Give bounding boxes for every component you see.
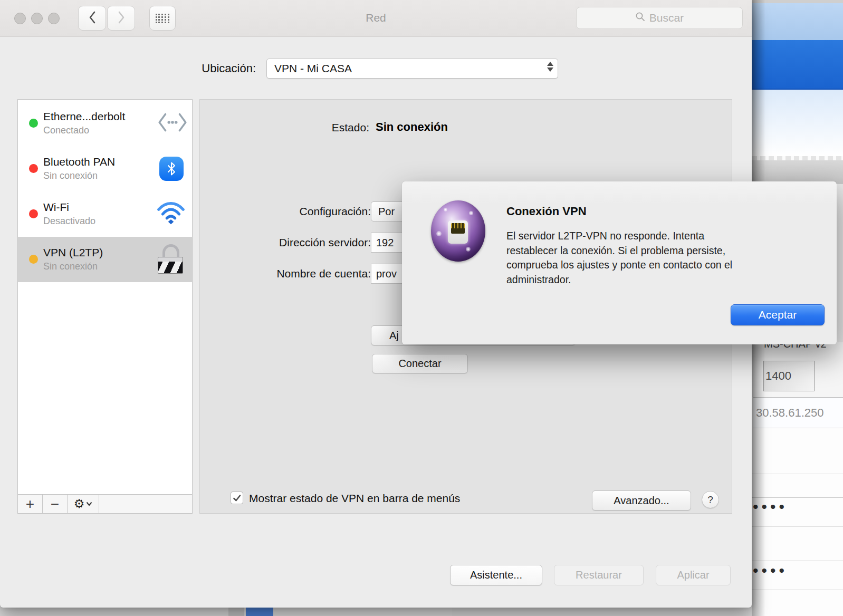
advanced-button[interactable]: Avanzado... bbox=[592, 490, 691, 511]
status-dot-red bbox=[29, 164, 38, 173]
search-icon bbox=[635, 12, 645, 24]
dialog-title: Conexión VPN bbox=[506, 205, 587, 218]
status-dot-amber bbox=[29, 255, 38, 264]
show-vpn-status-label: Mostrar estado de VPN en barra de menús bbox=[249, 492, 460, 505]
toolbar: Red Buscar bbox=[0, 0, 752, 37]
background-window-lightblue-band bbox=[752, 3, 843, 40]
desktop-strip-gray bbox=[452, 608, 752, 616]
revert-button[interactable]: Restaurar bbox=[554, 565, 644, 585]
server-address-label: Dirección servidor: bbox=[207, 236, 371, 249]
sidebar-item-ethernet[interactable]: Etherne...derbolt Conectado bbox=[18, 101, 192, 146]
sidebar-item-vpn-l2tp[interactable]: VPN (L2TP) Sin conexión bbox=[18, 237, 192, 282]
gear-icon: ⚙ bbox=[74, 497, 85, 511]
vpn-connection-alert-dialog: Conexión VPN El servidor L2TP-VPN no res… bbox=[402, 181, 837, 344]
lock-icon bbox=[158, 244, 184, 275]
vpn-network-icon bbox=[431, 200, 485, 262]
search-placeholder: Buscar bbox=[649, 12, 684, 24]
background-mtu-field[interactable]: 1400 bbox=[763, 361, 815, 391]
background-list-separator bbox=[752, 526, 843, 527]
add-interface-button[interactable]: + bbox=[18, 495, 43, 513]
background-password-dots: •••• bbox=[753, 562, 788, 580]
bluetooth-icon bbox=[159, 157, 184, 181]
status-dot-red bbox=[29, 209, 38, 218]
wifi-icon bbox=[156, 200, 186, 228]
desktop-strip-notch bbox=[228, 608, 244, 616]
background-window-blue-band bbox=[752, 40, 843, 90]
background-window-fade-band bbox=[752, 90, 843, 156]
checkmark-icon bbox=[233, 494, 242, 502]
background-ip-field[interactable]: 30.58.61.250 bbox=[753, 397, 843, 428]
dialog-message: El servidor L2TP-VPN no responde. Intent… bbox=[506, 229, 802, 287]
ethernet-port-icon bbox=[448, 220, 468, 244]
remove-interface-button[interactable]: − bbox=[43, 495, 68, 513]
location-value: VPN - Mi CASA bbox=[274, 62, 352, 75]
apply-button[interactable]: Aplicar bbox=[656, 565, 731, 585]
background-list-separator bbox=[752, 561, 843, 561]
location-popup[interactable]: VPN - Mi CASA bbox=[266, 59, 558, 79]
interface-list: Etherne...derbolt Conectado Bluetooth PA… bbox=[17, 99, 193, 514]
connect-button[interactable]: Conectar bbox=[372, 354, 468, 373]
search-input[interactable]: Buscar bbox=[576, 7, 743, 29]
account-name-label: Nombre de cuenta: bbox=[207, 267, 371, 280]
show-vpn-status-checkbox[interactable] bbox=[231, 492, 243, 504]
background-list-separator bbox=[752, 474, 843, 474]
accept-button[interactable]: Aceptar bbox=[731, 304, 825, 325]
background-list-separator bbox=[752, 590, 843, 590]
ethernet-icon bbox=[157, 112, 188, 134]
sidebar-item-wifi[interactable]: Wi-Fi Desactivado bbox=[18, 191, 192, 237]
help-button[interactable]: ? bbox=[702, 491, 719, 508]
background-password-dots: •••• bbox=[753, 498, 788, 516]
background-window-dashed-separator bbox=[752, 156, 843, 160]
background-window-gray-band bbox=[752, 160, 843, 184]
status-dot-green bbox=[29, 119, 38, 128]
popup-chevrons-icon bbox=[547, 62, 553, 72]
sidebar-item-bluetooth-pan[interactable]: Bluetooth PAN Sin conexión bbox=[18, 146, 192, 191]
configuration-label: Configuración: bbox=[207, 205, 371, 218]
assistant-button[interactable]: Asistente... bbox=[450, 565, 542, 585]
action-menu-button[interactable]: ⚙ bbox=[68, 495, 99, 513]
chevron-down-icon bbox=[86, 502, 92, 506]
status-label: Estado: bbox=[206, 121, 369, 134]
location-label: Ubicación: bbox=[137, 62, 256, 75]
desktop-strip-notch-blue bbox=[246, 608, 273, 616]
sidebar-footer: + − ⚙ bbox=[18, 494, 192, 513]
status-value: Sin conexión bbox=[376, 120, 448, 134]
